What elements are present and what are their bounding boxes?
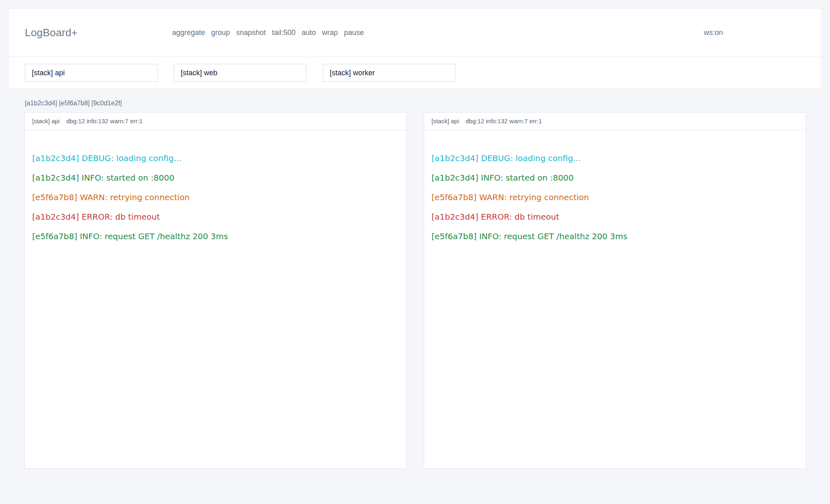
toolbar-item-snapshot[interactable]: snapshot [236,28,266,37]
filter-input-0[interactable] [25,64,158,82]
panel-source-label: [stack] api [32,118,61,124]
log-line-info: [e5f6a7b8] INFO: request GET /healthz 20… [431,230,798,242]
log-line-debug: [a1b2c3d4] DEBUG: loading config... [32,152,399,164]
panel-stats: dbg:12 info:132 warn:7 err:1 [66,118,143,124]
filter-input-1[interactable] [174,64,307,82]
header-row: LogBoard+ aggregategroupsnapshottail:500… [9,9,821,57]
log-area[interactable]: [a1b2c3d4] DEBUG: loading config...[a1b2… [25,130,406,468]
toolbar-item-aggregate[interactable]: aggregate [172,28,205,37]
toolbar: aggregategroupsnapshottail:500autowrappa… [172,28,364,37]
log-line-info: [a1b2c3d4] INFO: started on :8000 [32,172,399,184]
ws-status-badge[interactable]: ws:on [704,28,723,37]
log-line-warn: [e5f6a7b8] WARN: retrying connection [32,191,399,203]
topbar: LogBoard+ aggregategroupsnapshottail:500… [8,8,822,89]
toolbar-item-wrap[interactable]: wrap [322,28,338,37]
log-line-error: [a1b2c3d4] ERROR: db timeout [32,211,399,223]
panel-header: [stack] api dbg:12 info:132 warn:7 err:1 [25,113,406,130]
app-title: LogBoard+ [25,26,78,39]
log-line-warn: [e5f6a7b8] WARN: retrying connection [431,191,798,203]
panel-source-label: [stack] api [431,118,461,124]
panel-header: [stack] api dbg:12 info:132 warn:7 err:1 [424,113,806,130]
toolbar-item-pause[interactable]: pause [344,28,364,37]
log-panel-0: [stack] api dbg:12 info:132 warn:7 err:1… [24,112,407,469]
filter-row [9,57,821,89]
toolbar-item-auto[interactable]: auto [302,28,316,37]
log-line-debug: [a1b2c3d4] DEBUG: loading config... [431,152,798,164]
trace-summary: [a1b2c3d4] [e5f6a7b8] [9c0d1e2f] [25,100,806,107]
log-area[interactable]: [a1b2c3d4] DEBUG: loading config...[a1b2… [424,130,806,468]
log-grid: [stack] api dbg:12 info:132 warn:7 err:1… [24,112,806,469]
toolbar-item-tail-500[interactable]: tail:500 [272,28,296,37]
log-panel-1: [stack] api dbg:12 info:132 warn:7 err:1… [424,112,806,469]
filter-input-2[interactable] [323,64,456,82]
toolbar-item-group[interactable]: group [211,28,230,37]
log-line-info: [a1b2c3d4] INFO: started on :8000 [431,172,798,184]
log-line-info: [e5f6a7b8] INFO: request GET /healthz 20… [32,230,399,242]
panel-stats: dbg:12 info:132 warn:7 err:1 [466,118,542,124]
content: [a1b2c3d4] [e5f6a7b8] [9c0d1e2f] [stack]… [24,100,806,469]
log-line-error: [a1b2c3d4] ERROR: db timeout [431,211,798,223]
